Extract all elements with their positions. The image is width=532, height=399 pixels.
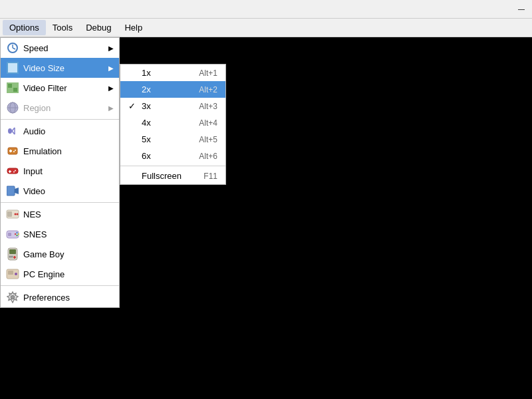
menu-item-audio[interactable]: Audio [1,121,119,141]
svg-point-22 [13,172,15,173]
svg-point-28 [17,213,19,215]
menu-item-gameboy[interactable]: Game Boy [1,244,119,264]
svg-point-31 [15,233,16,235]
label-fullscreen: Fullscreen [142,171,203,181]
svg-rect-36 [9,249,16,254]
check-3x: ✓ [128,101,142,111]
title-bar-controls: — [516,4,527,15]
emulation-icon [6,144,19,158]
nes-label: NES [23,209,114,219]
video-size-icon [6,61,19,74]
svg-rect-42 [8,271,13,275]
video-label: Video [23,186,114,196]
menu-item-video-filter[interactable]: Video Filter ▶ [1,78,119,98]
label-3x: 3x [142,101,199,111]
shortcut-2x: Alt+2 [199,85,217,94]
label-4x: 4x [142,118,199,128]
speed-icon [6,41,19,55]
audio-icon [6,124,19,138]
menu-item-snes[interactable]: SNES [1,224,119,244]
input-icon [6,164,19,178]
separator-3 [1,285,119,286]
pcengine-label: PC Engine [23,269,114,279]
size-1x[interactable]: 1x Alt+1 [120,65,225,81]
menu-debug[interactable]: Debug [79,20,118,35]
menu-options[interactable]: Options [3,20,46,35]
video-size-submenu: 1x Alt+1 2x Alt+2 ✓ 3x Alt+3 4x Alt+4 5x… [120,64,226,185]
shortcut-6x: Alt+6 [199,152,217,161]
svg-rect-20 [9,171,11,172]
svg-point-38 [11,256,13,258]
separator-2 [1,202,119,203]
video-filter-icon [6,81,19,94]
menu-item-input[interactable]: Input [1,161,119,181]
menu-item-pcengine[interactable]: PC Engine [1,264,119,284]
preferences-icon [6,291,19,304]
shortcut-3x: Alt+3 [199,102,217,111]
snes-label: SNES [23,229,114,239]
svg-line-2 [13,48,15,49]
audio-label: Audio [23,126,114,136]
speed-label: Speed [23,43,103,53]
menu-item-emulation[interactable]: Emulation [1,141,119,161]
shortcut-4x: Alt+4 [199,118,217,128]
pcengine-icon [6,267,19,281]
size-5x[interactable]: 5x Alt+5 [120,131,225,148]
preferences-label: Preferences [23,293,114,303]
region-label: Region [23,103,103,113]
menu-item-region: Region ▶ [1,98,119,118]
size-2x[interactable]: 2x Alt+2 [120,81,225,98]
svg-rect-23 [7,186,15,196]
svg-point-37 [9,256,11,258]
svg-rect-40 [13,257,16,258]
size-4x[interactable]: 4x Alt+4 [120,114,225,131]
video-icon [6,184,19,198]
label-6x: 6x [142,151,199,161]
svg-point-44 [11,295,15,299]
svg-rect-30 [8,233,11,236]
svg-point-16 [15,150,16,151]
shortcut-1x: Alt+1 [199,68,217,78]
input-label: Input [23,166,114,176]
gameboy-icon [6,247,19,261]
region-arrow: ▶ [108,104,114,112]
nes-icon [6,207,19,221]
title-bar: — [0,0,532,19]
snes-icon [6,227,19,241]
speed-arrow: ▶ [108,45,114,52]
menu-bar: Options Tools Debug Help [0,19,532,37]
menu-item-video-size[interactable]: Video Size ▶ [1,58,119,78]
label-1x: 1x [142,68,199,78]
menu-item-speed[interactable]: Speed ▶ [1,38,119,58]
menu-item-preferences[interactable]: Preferences [1,287,119,307]
gameboy-label: Game Boy [23,249,114,259]
emulation-label: Emulation [23,146,114,156]
label-5x: 5x [142,134,199,144]
minimize-button[interactable]: — [516,4,527,15]
svg-point-43 [15,273,17,275]
svg-rect-4 [8,84,12,88]
video-filter-label: Video Filter [23,83,103,93]
label-2x: 2x [142,84,199,94]
submenu-separator [120,166,225,166]
svg-point-17 [13,151,15,152]
svg-rect-26 [7,211,12,217]
menu-tools[interactable]: Tools [46,20,79,35]
region-icon [6,101,19,114]
menu-item-video[interactable]: Video [1,181,119,201]
video-size-label: Video Size [23,63,103,73]
size-6x[interactable]: 6x Alt+6 [120,148,225,164]
svg-point-33 [16,235,17,236]
svg-marker-24 [15,188,19,194]
separator-1 [1,119,119,120]
size-3x[interactable]: ✓ 3x Alt+3 [120,98,225,114]
size-fullscreen[interactable]: Fullscreen F11 [120,168,225,184]
menu-help[interactable]: Help [118,20,149,35]
svg-point-9 [8,128,12,134]
options-dropdown: Speed ▶ Video Size ▶ Video Filter ▶ Regi… [0,37,120,308]
shortcut-5x: Alt+5 [199,135,217,144]
menu-item-nes[interactable]: NES [1,204,119,224]
svg-rect-15 [9,150,12,152]
svg-point-27 [15,213,17,215]
svg-rect-5 [13,88,17,92]
